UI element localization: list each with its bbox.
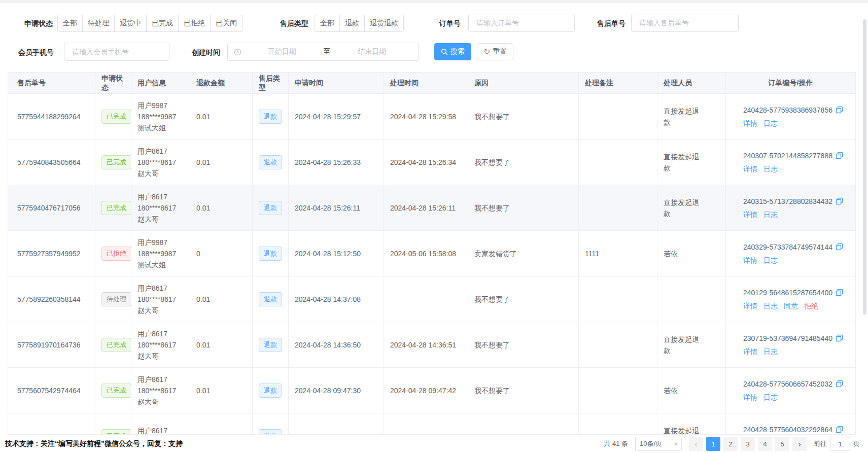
status-badge: 已完成	[101, 429, 131, 435]
order-no-line: 230719-5373694791485440	[743, 333, 849, 344]
cell-user: 用户8617180****8617	[131, 413, 190, 434]
pagination: 共 41 条 10条/页 ▾ ‹ 12345 › 前往 页	[604, 435, 860, 453]
copy-icon[interactable]	[836, 152, 843, 159]
action-detail[interactable]: 详情	[743, 300, 757, 311]
user-info-line: 180****8617	[137, 339, 184, 351]
cell-remark	[579, 185, 657, 230]
order-no-line: 240428-5775606657452032	[743, 378, 849, 390]
user-info-line: 180****8617	[137, 202, 184, 214]
aftersale-type-label: 售后类型	[280, 19, 308, 28]
order-no-input[interactable]	[468, 14, 575, 32]
member-phone-input[interactable]	[64, 43, 169, 61]
copy-icon[interactable]	[836, 243, 843, 251]
cell-amount	[190, 413, 253, 434]
filter-aftersale-type-option-2[interactable]: 退货退款	[364, 15, 404, 32]
action-log[interactable]: 日志	[763, 392, 778, 403]
copy-icon[interactable]	[836, 289, 843, 296]
status-badge: 已完成	[101, 155, 131, 169]
action-detail[interactable]: 详情	[743, 163, 757, 175]
action-detail[interactable]: 详情	[743, 118, 757, 129]
goto-unit: 页	[853, 439, 860, 448]
cell-apply-time	[289, 413, 384, 434]
copy-icon[interactable]	[836, 426, 843, 433]
action-approve[interactable]: 同意	[784, 300, 798, 311]
vertical-scrollbar[interactable]	[863, 19, 866, 315]
status-badge: 已完成	[101, 201, 131, 215]
start-date-placeholder[interactable]: 开始日期	[241, 47, 323, 56]
footer-bar: 技术支持：关注“编写美好前程”微信公众号，回复：支持 共 41 条 10条/页 …	[0, 435, 868, 453]
action-detail[interactable]: 详情	[743, 392, 757, 403]
action-reject[interactable]: 拒绝	[804, 300, 818, 311]
action-log[interactable]: 日志	[763, 118, 778, 129]
order-no-line: 240428-5775938386937856	[743, 104, 849, 116]
cell-aftersale-no: 5775940843505664	[8, 140, 95, 185]
action-detail[interactable]: 详情	[743, 255, 757, 266]
column-header-8: 处理备注	[579, 73, 657, 93]
page-button-2[interactable]: 2	[723, 437, 738, 451]
action-detail[interactable]: 详情	[743, 346, 757, 357]
next-page-button[interactable]: ›	[792, 437, 807, 451]
apply-status-button-group: 全部待处理退货中已完成已拒绝已关闭	[57, 15, 242, 32]
filter-apply-status-option-2[interactable]: 退货中	[114, 15, 147, 32]
cell-type: 退款	[253, 413, 289, 434]
copy-icon[interactable]	[836, 106, 843, 114]
column-header-5: 申请时间	[289, 73, 384, 93]
filter-aftersale-type-option-1[interactable]: 退款	[339, 15, 365, 32]
cell-amount: 0.01	[190, 276, 253, 322]
create-time-range-picker[interactable]: 开始日期 至 结束日期	[227, 43, 419, 61]
action-log[interactable]: 日志	[763, 300, 778, 311]
order-no-text: 240329-5733784749574144	[743, 241, 832, 253]
order-no-text: 240428-5775938386937856	[743, 104, 832, 116]
cell-user: 用户9987188****9987测试大姐	[131, 231, 190, 276]
user-info-line: 用户9987	[137, 100, 184, 111]
cell-order: 240428-5775938386937856详情日志	[726, 94, 855, 139]
page-button-3[interactable]: 3	[741, 437, 755, 451]
filter-apply-status-option-5[interactable]: 已关闭	[210, 15, 242, 32]
filter-panel: 申请状态 全部待处理退货中已完成已拒绝已关闭 售后类型 全部退款退货退款 订单号…	[0, 3, 868, 72]
user-info-line: 180****8617	[137, 385, 184, 396]
filter-apply-status-option-1[interactable]: 待处理	[82, 15, 115, 32]
goto-page-input[interactable]	[830, 437, 850, 451]
action-log[interactable]: 日志	[763, 209, 778, 220]
search-button[interactable]: 搜索	[434, 43, 471, 60]
table-row-5: 5775891970164736已完成用户8617180****8617赵大哥0…	[8, 322, 855, 368]
cell-handler: 直接发起退款	[657, 185, 726, 230]
user-info-line: 测试大姐	[137, 122, 184, 133]
action-log[interactable]: 日志	[763, 255, 778, 266]
prev-page-button[interactable]: ‹	[689, 437, 703, 451]
filter-aftersale-type-option-0[interactable]: 全部	[315, 15, 340, 32]
page-button-1[interactable]: 1	[706, 437, 720, 451]
copy-icon[interactable]	[836, 380, 843, 388]
user-info-line: 赵大哥	[137, 214, 184, 225]
cell-order: 240129-5648615287654400详情日志同意拒绝	[726, 276, 855, 322]
action-log[interactable]: 日志	[763, 346, 778, 357]
table-header-row: 售后单号申请状态用户信息退款金额售后类型申请时间处理时间原因处理备注处理人员订单…	[8, 73, 855, 94]
column-header-3: 退款金额	[190, 73, 253, 93]
end-date-placeholder[interactable]: 结束日期	[332, 47, 413, 56]
user-info-line: 用户8617	[137, 146, 184, 157]
filter-apply-status-option-4[interactable]: 已拒绝	[178, 15, 211, 32]
cell-apply-time: 2024-04-28 14:36:50	[289, 322, 384, 367]
cell-user: 用户8617180****8617赵大哥	[131, 368, 190, 413]
order-no-text: 240129-5648615287654400	[743, 287, 832, 298]
page-button-5[interactable]: 5	[775, 437, 789, 451]
reset-button[interactable]: ↻ 重置	[477, 43, 513, 60]
order-no-text: 230719-5373694791485440	[743, 333, 832, 344]
handler-text: 直接发起退款	[664, 106, 702, 128]
user-info-line: 赵大哥	[137, 351, 184, 362]
copy-icon[interactable]	[836, 197, 843, 205]
copy-icon[interactable]	[836, 334, 843, 342]
type-badge: 退款	[259, 429, 282, 435]
cell-type: 退款	[253, 185, 289, 230]
page-list: ‹ 12345 ›	[689, 437, 807, 451]
cell-remark	[579, 94, 657, 139]
action-detail[interactable]: 详情	[743, 209, 757, 220]
aftersale-no-input[interactable]	[631, 14, 739, 32]
action-log[interactable]: 日志	[763, 163, 778, 175]
page-button-4[interactable]: 4	[758, 437, 772, 451]
filter-apply-status-option-0[interactable]: 全部	[57, 15, 83, 32]
user-info-line: 赵大哥	[137, 396, 184, 407]
page-size-select[interactable]: 10条/页 ▾	[635, 437, 682, 451]
filter-apply-status-option-3[interactable]: 已完成	[146, 15, 179, 32]
clock-icon	[234, 48, 241, 56]
